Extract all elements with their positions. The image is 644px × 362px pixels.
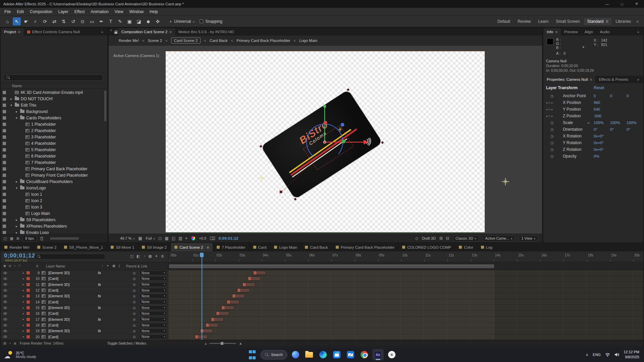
project-item-xphones-placeholders[interactable]: ▸XPhones Placeholders: [1, 223, 107, 229]
resolution-dropdown[interactable]: Full: [146, 236, 155, 240]
tray-chevron-icon[interactable]: ∧: [586, 353, 588, 357]
stopwatch-icon[interactable]: ◷: [550, 94, 554, 98]
parent-pickwhip-icon[interactable]: ◎: [133, 317, 140, 321]
comp-tab-logo-main[interactable]: Logo Main: [270, 243, 301, 251]
keyframe-icon[interactable]: ◇: [548, 115, 550, 118]
chatgpt-icon[interactable]: ✳: [386, 349, 397, 360]
layer-row[interactable]: ▸15[Element 3D]fx◎None▾: [1, 305, 168, 311]
layer-duration-bar[interactable]: [221, 306, 234, 310]
wifi-icon[interactable]: [605, 353, 610, 357]
project-item-2-placeholder[interactable]: 2 Placeholder: [1, 127, 107, 134]
comp-tab-scene-2[interactable]: Scene 2: [34, 243, 60, 251]
fx-badge[interactable]: fx: [98, 271, 101, 275]
project-item-5-placeholder[interactable]: 5 Placeholder: [1, 146, 107, 153]
comp-tab-s9-phone-move-1[interactable]: S9_Phone_Move_1: [60, 243, 107, 251]
workspace-small-screen[interactable]: Small Screen: [552, 18, 583, 25]
parent-pickwhip-icon[interactable]: ◎: [133, 329, 140, 333]
clock[interactable]: 12:12 PM 9/8/2025: [624, 350, 639, 360]
layer-row[interactable]: ▸20[Card]◎None▾: [1, 334, 168, 340]
layer-expand-arrow[interactable]: ▸: [21, 283, 26, 286]
selection-tool[interactable]: ↖: [13, 17, 21, 25]
previous-keyframe-icon[interactable]: ◂: [546, 108, 547, 111]
comp-tab-card-back[interactable]: Card Back: [301, 243, 332, 251]
camera-view-dropdown[interactable]: Active Came...: [483, 235, 515, 241]
close-button[interactable]: [629, 0, 644, 8]
keyframe-icon[interactable]: ◇: [548, 101, 550, 104]
layer-expand-arrow[interactable]: ▸: [21, 277, 26, 280]
layer-color-chip[interactable]: [26, 329, 33, 333]
parent-link-dropdown[interactable]: None▾: [140, 317, 167, 322]
taskbar-search[interactable]: Search: [260, 350, 287, 360]
layer-expand-arrow[interactable]: ▸: [21, 300, 26, 303]
selection-handle[interactable]: [294, 198, 297, 200]
graph-editor-icon[interactable]: ≣: [161, 254, 164, 258]
layer-visibility-toggle[interactable]: [1, 301, 9, 303]
menu-window[interactable]: Window: [126, 8, 147, 16]
layer-in-handle[interactable]: [237, 289, 240, 292]
project-item-do-not-touch[interactable]: ▸DO NOT TOUCH!: [1, 96, 107, 102]
comp-tab-7-placeholder[interactable]: 7 Placeholder: [213, 243, 249, 251]
layer-expand-arrow[interactable]: ▸: [21, 295, 26, 298]
project-item-cards-placeholders[interactable]: ▾Cards Placeholders: [1, 115, 107, 121]
panel-menu-icon[interactable]: [590, 77, 592, 81]
comp-tab-colored-logo-comp[interactable]: COLORED LOGO COMP: [398, 243, 455, 251]
layer-expand-arrow[interactable]: ▸: [21, 324, 26, 327]
project-scrollbar[interactable]: [104, 90, 106, 121]
layer-name[interactable]: [Element 3D]: [48, 329, 92, 333]
comp-mini-flowchart-icon[interactable]: ◫: [130, 254, 133, 258]
layer-name[interactable]: [Element 3D]: [48, 294, 92, 298]
zoom-tool[interactable]: ⌕: [32, 17, 40, 25]
tab-composition[interactable]: Composition Card Scene 2: [118, 28, 175, 36]
property-value[interactable]: 0x+0°: [594, 147, 610, 152]
expand-in-point-icon[interactable]: ⊞: [3, 342, 6, 345]
layer-row[interactable]: ▸10[Card]◎None▾: [1, 276, 168, 282]
layer-color-chip[interactable]: [26, 317, 33, 321]
panel-overflow-icon[interactable]: [635, 30, 641, 34]
layer-name[interactable]: [Card]: [48, 335, 92, 339]
volume-icon[interactable]: [614, 353, 619, 357]
tab-info[interactable]: Info: [543, 28, 561, 36]
selection-handle[interactable]: [347, 88, 350, 91]
edge-icon[interactable]: [317, 349, 329, 360]
project-item-s9-placeholders[interactable]: ▸S9 Placeholders: [1, 217, 107, 223]
layer-duration-bar[interactable]: [237, 288, 250, 292]
layer-row[interactable]: ▸12[Card]◎None▾: [1, 288, 168, 293]
parent-link-dropdown[interactable]: None▾: [140, 335, 167, 339]
layer-in-handle[interactable]: [232, 294, 235, 298]
maximize-button[interactable]: [614, 0, 629, 8]
fx-badge[interactable]: fx: [98, 306, 101, 310]
fx-badge[interactable]: fx: [98, 329, 101, 333]
property-value[interactable]: 0: [610, 94, 627, 98]
layer-duration-bar[interactable]: [195, 335, 208, 339]
close-icon[interactable]: [109, 28, 114, 36]
comp-tab-log[interactable]: Log: [477, 243, 496, 251]
home-icon[interactable]: ⌂: [3, 17, 11, 25]
fx-badge[interactable]: fx: [98, 318, 101, 321]
tab-properties[interactable]: Properties: Camera Null: [543, 76, 595, 83]
tab-audio[interactable]: Audio: [596, 28, 613, 36]
project-item-7-placeholder[interactable]: 7 Placeholder: [1, 159, 107, 166]
rulers-icon[interactable]: ⌖: [185, 236, 187, 241]
comp-tab-s9-move-1[interactable]: S9 Move 1: [107, 243, 138, 251]
new-folder-icon[interactable]: ▦: [10, 236, 13, 241]
layer-duration-bar[interactable]: [248, 277, 261, 281]
project-item-background[interactable]: ▸Background: [1, 108, 107, 115]
layer-in-handle[interactable]: [227, 300, 230, 304]
parent-pickwhip-icon[interactable]: ◎: [133, 271, 140, 275]
layer-visibility-toggle[interactable]: [1, 272, 9, 274]
layer-row[interactable]: ▸18[Card]◎None▾: [1, 322, 168, 328]
layer-visibility-toggle[interactable]: [1, 289, 9, 292]
layer-color-chip[interactable]: [26, 283, 33, 287]
disclosure-icon[interactable]: ▸: [15, 180, 18, 183]
property-value[interactable]: 100%: [627, 121, 643, 125]
breadcrumb-render-me[interactable]: Render Me!: [119, 39, 139, 43]
interpret-footage-icon[interactable]: ◫: [3, 236, 7, 241]
outlook-icon[interactable]: [345, 349, 356, 360]
rectangle-tool[interactable]: ▭: [88, 17, 96, 25]
stopwatch-icon[interactable]: ◷: [550, 134, 554, 138]
layer-color-chip[interactable]: [26, 335, 33, 339]
timeline-zoom-slider[interactable]: [209, 343, 236, 344]
universal-dropdown[interactable]: ◐ Universal: [167, 18, 197, 25]
layer-in-handle[interactable]: [195, 335, 198, 339]
layer-visibility-toggle[interactable]: [1, 330, 9, 332]
